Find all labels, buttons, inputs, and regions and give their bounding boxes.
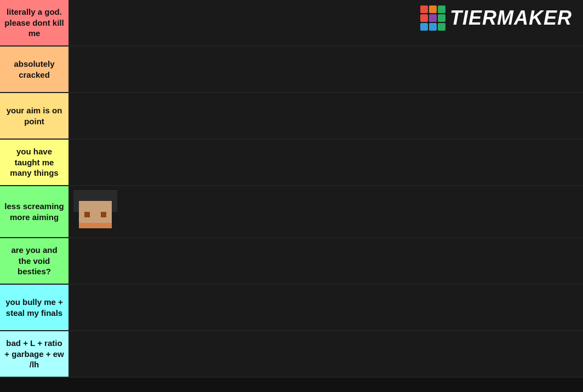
- tier-content-b[interactable]: [70, 93, 583, 139]
- svg-rect-19: [90, 201, 95, 206]
- svg-rect-35: [90, 212, 95, 217]
- minecraft-head-item: [72, 188, 118, 235]
- svg-rect-61: [101, 228, 106, 234]
- svg-rect-43: [90, 217, 95, 223]
- svg-rect-16: [73, 201, 79, 206]
- logo-cell: [420, 14, 428, 22]
- svg-rect-40: [73, 217, 79, 223]
- svg-rect-39: [112, 212, 117, 217]
- tier-label-a: absolutely cracked: [0, 47, 70, 92]
- svg-rect-50: [84, 223, 90, 228]
- svg-rect-5: [101, 190, 106, 195]
- svg-rect-60: [95, 228, 101, 234]
- logo-cell: [420, 23, 428, 31]
- svg-rect-28: [95, 206, 101, 212]
- svg-rect-52: [95, 223, 101, 228]
- svg-rect-6: [106, 190, 112, 195]
- tier-row-e: are you and the void besties?: [0, 238, 583, 285]
- svg-rect-23: [112, 201, 117, 206]
- logo-grid: [420, 5, 445, 31]
- svg-rect-34: [84, 212, 90, 217]
- tier-label-b: your aim is on point: [0, 93, 70, 139]
- svg-rect-56: [73, 228, 79, 234]
- svg-rect-48: [73, 223, 79, 228]
- svg-rect-25: [79, 206, 84, 212]
- svg-rect-57: [79, 228, 84, 234]
- svg-rect-45: [101, 217, 106, 223]
- tier-label-g: bad + L + ratio + garbage + ew /lh: [0, 331, 70, 377]
- logo-cell: [438, 14, 445, 22]
- svg-rect-33: [79, 212, 84, 217]
- svg-rect-1: [79, 190, 84, 195]
- svg-rect-51: [90, 223, 95, 228]
- svg-rect-7: [112, 190, 117, 195]
- logo-cell: [429, 14, 437, 22]
- tier-label-s: literally a god. please dont kill me: [0, 0, 70, 45]
- svg-rect-18: [84, 201, 90, 206]
- svg-rect-37: [101, 212, 106, 217]
- header: TiERMAKER: [409, 0, 583, 36]
- svg-rect-58: [84, 228, 90, 234]
- tier-content-e[interactable]: [70, 238, 583, 284]
- logo-text: TiERMAKER: [450, 7, 572, 30]
- svg-rect-46: [106, 217, 112, 223]
- svg-rect-63: [112, 228, 117, 234]
- svg-rect-32: [73, 212, 79, 217]
- svg-rect-3: [90, 190, 95, 195]
- logo-cell: [438, 23, 445, 31]
- tier-row-c: you have taught me many things: [0, 140, 583, 186]
- svg-rect-31: [112, 206, 117, 212]
- logo-cell: [429, 23, 437, 31]
- svg-rect-41: [79, 217, 84, 223]
- svg-rect-20: [95, 201, 101, 206]
- svg-rect-17: [79, 201, 84, 206]
- svg-rect-49: [79, 223, 84, 228]
- tier-row-d: less screaming more aiming: [0, 186, 583, 238]
- tier-row-a: absolutely cracked: [0, 47, 583, 93]
- svg-rect-27: [90, 206, 95, 212]
- svg-rect-22: [106, 201, 112, 206]
- tier-content-a[interactable]: [70, 47, 583, 92]
- svg-rect-12: [95, 195, 101, 201]
- svg-rect-11: [90, 195, 95, 201]
- svg-rect-47: [112, 217, 117, 223]
- tier-row-b: your aim is on point: [0, 93, 583, 140]
- svg-rect-13: [101, 195, 106, 201]
- svg-rect-24: [73, 206, 79, 212]
- svg-rect-26: [84, 206, 90, 212]
- logo-cell: [420, 5, 428, 13]
- svg-rect-38: [106, 212, 112, 217]
- tier-row-g: bad + L + ratio + garbage + ew /lh: [0, 331, 583, 378]
- tier-content-c[interactable]: [70, 140, 583, 185]
- tier-label-c: you have taught me many things: [0, 140, 70, 185]
- tiermaker-logo: TiERMAKER: [420, 5, 572, 31]
- svg-rect-21: [101, 201, 106, 206]
- tier-content-f[interactable]: [70, 285, 583, 330]
- svg-rect-8: [73, 195, 79, 201]
- logo-cell: [438, 5, 445, 13]
- tier-label-f: you bully me + steal my finals: [0, 285, 70, 330]
- tier-content-g[interactable]: [70, 331, 583, 377]
- svg-rect-62: [106, 228, 112, 234]
- svg-rect-0: [73, 190, 79, 195]
- svg-rect-54: [106, 223, 112, 228]
- svg-rect-14: [106, 195, 112, 201]
- svg-rect-53: [101, 223, 106, 228]
- svg-rect-42: [84, 217, 90, 223]
- svg-rect-36: [95, 212, 101, 217]
- svg-rect-4: [95, 190, 101, 195]
- svg-rect-55: [112, 223, 117, 228]
- svg-rect-15: [112, 195, 117, 201]
- svg-rect-59: [90, 228, 95, 234]
- svg-rect-30: [106, 206, 112, 212]
- svg-rect-29: [101, 206, 106, 212]
- svg-rect-9: [79, 195, 84, 201]
- tier-label-e: are you and the void besties?: [0, 238, 70, 284]
- tier-list: literally a god. please dont kill meabso…: [0, 0, 583, 392]
- logo-cell: [429, 5, 437, 13]
- tier-row-f: you bully me + steal my finals: [0, 285, 583, 331]
- svg-rect-44: [95, 217, 101, 223]
- tier-label-d: less screaming more aiming: [0, 186, 70, 237]
- svg-rect-10: [84, 195, 90, 201]
- tier-content-d[interactable]: [70, 186, 583, 237]
